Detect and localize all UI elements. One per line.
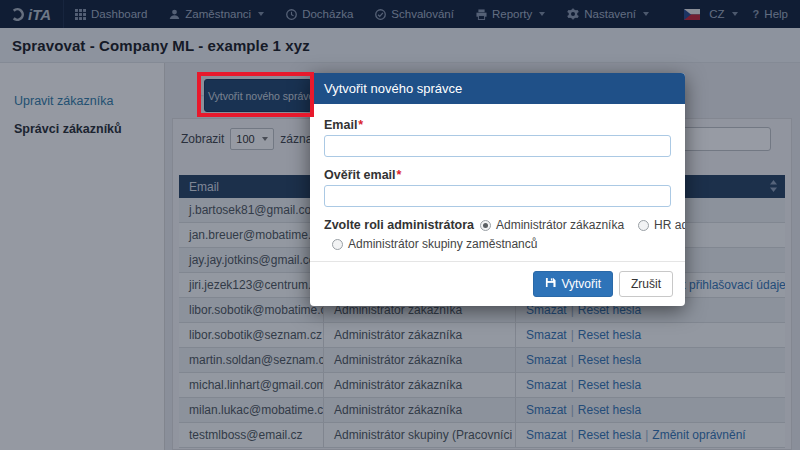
create-admin-modal: Vytvořit nového správce Email* Ověřit em… xyxy=(310,73,685,306)
cancel-button[interactable]: Zrušit xyxy=(619,271,673,297)
required-marker: * xyxy=(358,118,363,132)
email-field-label: Email* xyxy=(324,118,671,132)
email-label-text: Email xyxy=(324,118,357,132)
role-group-label: Zvolte roli administrátora xyxy=(324,217,474,234)
save-icon xyxy=(545,277,556,291)
radio-administrator-zakaznika[interactable] xyxy=(480,220,491,231)
verify-email-field-label: Ověřit email* xyxy=(324,168,671,182)
radio-label[interactable]: Administrátor zákazníka xyxy=(496,217,624,234)
modal-footer: Vytvořit Zrušit xyxy=(310,261,685,306)
app-window: iTA Dashboard Zaměstnanci Docházka Schva… xyxy=(0,0,800,450)
radio-administrator-skupiny[interactable] xyxy=(332,239,343,250)
modal-title: Vytvořit nového správce xyxy=(324,81,462,96)
radio-label[interactable]: HR administrátor xyxy=(654,217,685,234)
modal-header: Vytvořit nového správce xyxy=(310,73,685,104)
radio-hr-administrator[interactable] xyxy=(638,220,649,231)
email-field[interactable] xyxy=(324,135,671,157)
verify-email-field[interactable] xyxy=(324,185,671,207)
submit-button[interactable]: Vytvořit xyxy=(533,271,613,297)
radio-label[interactable]: Administrátor skupiny zaměstnanců xyxy=(348,236,537,253)
submit-button-label: Vytvořit xyxy=(561,277,601,291)
modal-body: Email* Ověřit email* Zvolte roli adminis… xyxy=(310,104,685,261)
role-radio-group: Zvolte roli administrátora Administrátor… xyxy=(324,217,671,253)
required-marker: * xyxy=(397,168,402,182)
verify-email-label-text: Ověřit email xyxy=(324,168,396,182)
